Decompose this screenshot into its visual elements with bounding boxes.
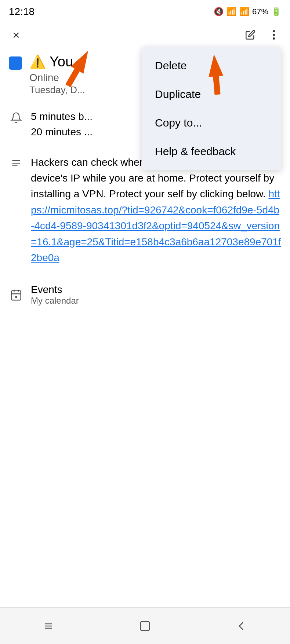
battery-icon: 🔋 bbox=[271, 7, 281, 17]
more-options-button[interactable] bbox=[265, 26, 283, 44]
calendar-label: Events bbox=[31, 284, 79, 296]
edit-button[interactable] bbox=[242, 26, 259, 44]
calendar-row: Events My calendar bbox=[0, 277, 290, 313]
close-button[interactable]: × bbox=[7, 26, 25, 44]
description-icon bbox=[9, 156, 23, 171]
svg-rect-6 bbox=[11, 291, 21, 300]
app-bar-left: × bbox=[7, 26, 25, 44]
reminder-icon bbox=[9, 110, 23, 125]
battery-text: 67% bbox=[252, 7, 268, 17]
status-bar: 12:18 🔇 📶 📶 67% 🔋 bbox=[0, 0, 290, 22]
app-bar-right bbox=[242, 26, 283, 44]
menu-item-delete[interactable]: Delete bbox=[142, 51, 281, 80]
app-bar: × bbox=[0, 22, 290, 48]
svg-point-1 bbox=[273, 34, 275, 36]
reminder-text: 5 minutes b... 20 minutes ... bbox=[31, 109, 93, 140]
event-color-dot bbox=[9, 56, 22, 70]
status-icons: 🔇 📶 📶 67% 🔋 bbox=[214, 7, 281, 17]
nav-home-button[interactable] bbox=[134, 615, 156, 637]
warning-icon: ⚠️ bbox=[29, 54, 46, 70]
nav-recents-button[interactable] bbox=[37, 615, 59, 637]
menu-item-help-feedback[interactable]: Help & feedback bbox=[142, 137, 281, 166]
mute-icon: 🔇 bbox=[214, 7, 224, 17]
signal-icon: 📶 bbox=[239, 7, 249, 17]
description-text: Hackers can check where you live by chec… bbox=[31, 154, 281, 266]
nav-back-button[interactable] bbox=[231, 615, 253, 637]
svg-point-0 bbox=[273, 30, 275, 32]
menu-item-copy-to[interactable]: Copy to... bbox=[142, 109, 281, 137]
event-title: You bbox=[50, 54, 73, 70]
calendar-icon bbox=[9, 288, 23, 302]
dropdown-menu: Delete Duplicate Copy to... Help & feedb… bbox=[142, 47, 281, 170]
menu-item-duplicate[interactable]: Duplicate bbox=[142, 80, 281, 109]
status-time: 12:18 bbox=[9, 6, 35, 18]
wifi-icon: 📶 bbox=[226, 7, 236, 17]
calendar-info: Events My calendar bbox=[31, 284, 79, 306]
svg-rect-16 bbox=[141, 622, 149, 630]
nav-bar bbox=[0, 607, 290, 644]
calendar-sublabel: My calendar bbox=[31, 296, 79, 306]
svg-point-10 bbox=[15, 296, 17, 298]
svg-point-2 bbox=[273, 37, 275, 40]
